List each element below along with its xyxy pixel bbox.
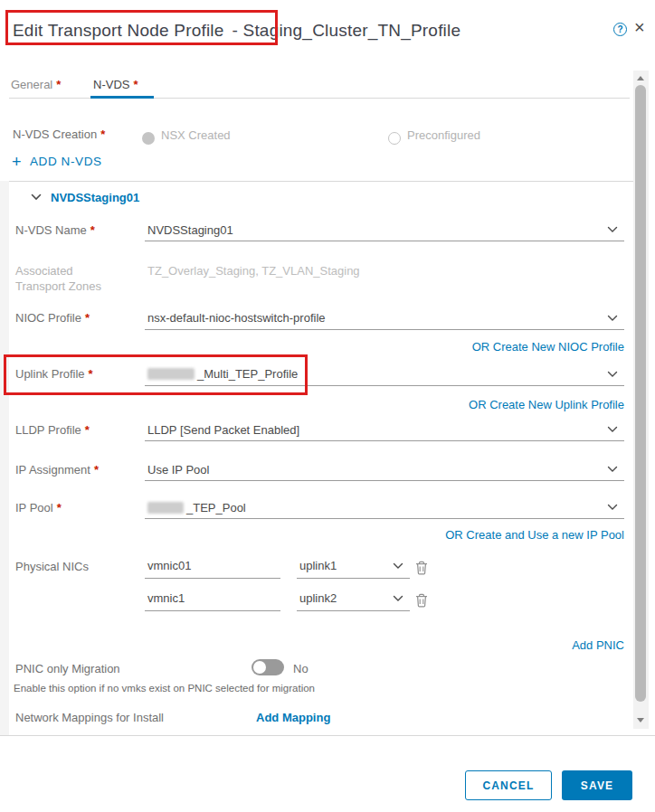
page-title-highlighted: Edit Transport Node Profile <box>13 21 224 40</box>
page-title: Edit Transport Node Profile- Staging_Clu… <box>13 21 460 41</box>
ip-assignment-required: * <box>94 463 99 477</box>
radio-preconfigured-label: Preconfigured <box>407 128 480 142</box>
accordion-title: NVDSStaging01 <box>51 191 139 204</box>
chevron-down-icon <box>607 504 618 511</box>
chevron-down-icon <box>393 595 403 602</box>
nvds-name-label-text: N-VDS Name <box>15 223 87 237</box>
radio-nsx-created-label: NSX Created <box>161 128 231 142</box>
content-left-gutter <box>0 181 9 735</box>
accordion-top-border <box>9 181 633 182</box>
physical-nics-label: Physical NICs <box>15 560 89 573</box>
network-mappings-label: Network Mappings for Install <box>15 711 164 724</box>
ip-pool-label-text: IP Pool <box>15 501 53 515</box>
lldp-profile-value: LLDP [Send Packet Enabled] <box>145 420 299 439</box>
pnic-uplink-value: uplink1 <box>297 556 337 575</box>
ip-assignment-select[interactable]: Use IP Pool <box>145 460 624 481</box>
chevron-down-icon <box>607 371 618 378</box>
pnic-uplink-select[interactable]: uplink1 <box>297 556 410 579</box>
cancel-button[interactable]: CANCEL <box>465 770 552 800</box>
lldp-profile-label-text: LLDP Profile <box>15 423 81 437</box>
scrollbar-up-arrow[interactable] <box>637 76 644 80</box>
pnic-name-value: vmnic1 <box>145 589 185 608</box>
chevron-down-icon <box>607 466 618 473</box>
scrollbar-down-arrow[interactable] <box>637 718 644 722</box>
tab-nvds[interactable]: N-VDS* <box>93 78 138 91</box>
radio-nsx-created[interactable] <box>142 132 155 145</box>
chevron-down-icon <box>607 426 618 433</box>
pnic-uplink-value: uplink2 <box>297 589 337 608</box>
tab-nvds-label: N-VDS <box>93 78 129 91</box>
nioc-profile-required: * <box>85 311 90 325</box>
trash-icon[interactable] <box>415 561 428 575</box>
nioc-profile-select[interactable]: nsx-default-nioc-hostswitch-profile <box>145 308 624 330</box>
pnic-migration-label: PNIC only Migration <box>15 662 120 675</box>
add-nvds-button[interactable]: + ADD N-VDS <box>12 153 102 172</box>
uplink-profile-value: _Multi_TEP_Profile <box>195 364 298 383</box>
lldp-profile-required: * <box>85 423 90 437</box>
chevron-down-icon <box>31 194 42 201</box>
ip-assignment-label: IP Assignment* <box>15 463 99 477</box>
add-pnic-link[interactable]: Add PNIC <box>353 638 624 652</box>
pnic-migration-helper-text: Enable this option if no vmks exist on P… <box>14 683 315 694</box>
nioc-profile-label: NIOC Profile* <box>15 311 90 325</box>
ip-assignment-value: Use IP Pool <box>145 460 209 479</box>
radio-preconfigured[interactable] <box>388 132 401 145</box>
tab-nvds-required: * <box>133 78 138 91</box>
ip-pool-label: IP Pool* <box>15 501 62 515</box>
toggle-knob <box>253 661 266 674</box>
help-icon[interactable]: ? <box>613 23 627 36</box>
scrollbar-track[interactable] <box>633 71 649 729</box>
nvds-creation-label: N-VDS Creation* <box>13 127 105 141</box>
uplink-profile-select[interactable]: _Multi_TEP_Profile <box>145 364 624 386</box>
chevron-down-icon <box>607 315 618 322</box>
create-new-ip-pool-link[interactable]: OR Create and Use a new IP Pool <box>353 528 624 542</box>
pnic-name-input[interactable]: vmnic1 <box>145 589 280 611</box>
tab-general-label: General <box>11 78 52 91</box>
close-icon[interactable]: × <box>634 17 645 38</box>
save-button[interactable]: SAVE <box>562 770 632 800</box>
associated-tz-value: TZ_Overlay_Staging, TZ_VLAN_Staging <box>147 264 360 278</box>
pnic-uplink-select[interactable]: uplink2 <box>297 589 410 611</box>
redacted-text <box>147 368 195 380</box>
associated-tz-label-line1: Associated <box>15 264 73 278</box>
chevron-down-icon <box>393 562 403 570</box>
nvds-name-required: * <box>90 223 95 237</box>
scrollbar-thumb[interactable] <box>635 85 646 702</box>
nioc-profile-label-text: NIOC Profile <box>15 311 81 325</box>
ip-pool-required: * <box>57 501 62 515</box>
active-tab-underline <box>90 96 154 99</box>
nvds-creation-required: * <box>100 127 105 141</box>
pnic-migration-toggle[interactable] <box>252 659 284 675</box>
content-bottom-border <box>0 735 655 736</box>
nvds-name-label: N-VDS Name* <box>15 223 95 237</box>
add-nvds-label: ADD N-VDS <box>30 155 102 168</box>
chevron-down-icon <box>607 226 618 233</box>
uplink-profile-required: * <box>89 367 93 381</box>
create-new-nioc-profile-link[interactable]: OR Create New NIOC Profile <box>353 340 624 354</box>
lldp-profile-select[interactable]: LLDP [Send Packet Enabled] <box>145 420 624 441</box>
edit-transport-node-profile-dialog: Edit Transport Node Profile- Staging_Clu… <box>0 0 655 812</box>
uplink-profile-label: Uplink Profile* <box>15 367 93 381</box>
redacted-text <box>147 502 184 514</box>
associated-tz-label-line2: Transport Zones <box>15 279 101 293</box>
trash-icon[interactable] <box>415 593 428 608</box>
tab-general-required: * <box>56 78 61 91</box>
uplink-profile-label-text: Uplink Profile <box>15 367 85 381</box>
ip-assignment-label-text: IP Assignment <box>15 463 90 477</box>
ip-pool-select[interactable]: _TEP_Pool <box>145 498 624 519</box>
plus-icon: + <box>12 153 22 171</box>
pnic-name-input[interactable]: vmnic01 <box>145 556 280 579</box>
create-new-uplink-profile-link[interactable]: OR Create New Uplink Profile <box>353 398 624 411</box>
accordion-header-nvdsstaging01[interactable]: NVDSStaging01 <box>9 186 633 210</box>
nvds-name-select[interactable]: NVDSStaging01 <box>145 221 624 241</box>
pnic-name-value: vmnic01 <box>145 556 191 575</box>
tab-general[interactable]: General* <box>11 78 61 91</box>
lldp-profile-label: LLDP Profile* <box>15 423 90 437</box>
nvds-creation-label-text: N-VDS Creation <box>13 127 97 141</box>
page-title-suffix: - Staging_Cluster_TN_Profile <box>233 21 461 40</box>
pnic-migration-state: No <box>293 662 309 675</box>
ip-pool-value: _TEP_Pool <box>184 498 246 517</box>
add-mapping-link[interactable]: Add Mapping <box>256 711 330 724</box>
nvds-name-value: NVDSStaging01 <box>145 221 233 240</box>
nioc-profile-value: nsx-default-nioc-hostswitch-profile <box>145 308 326 327</box>
